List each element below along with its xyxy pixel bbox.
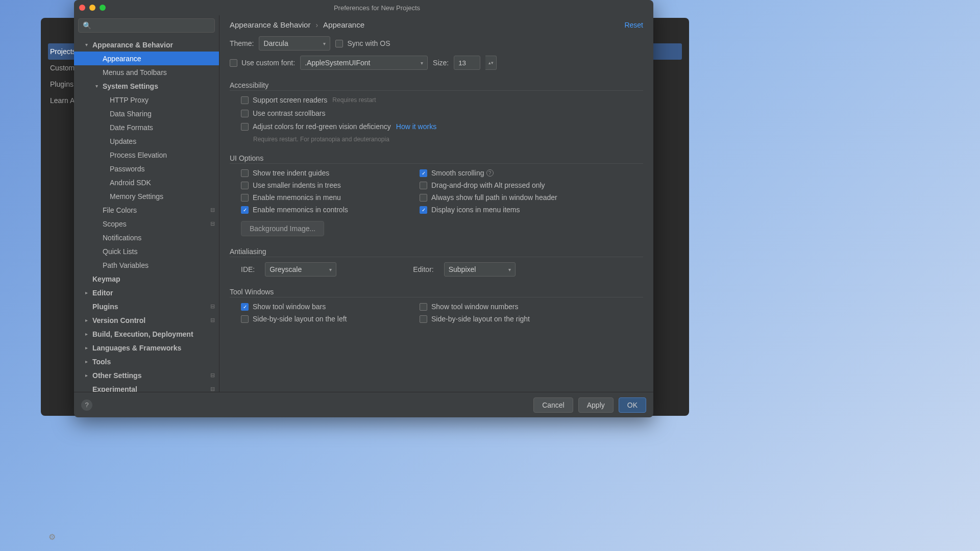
search-input[interactable]: 🔍: [78, 18, 215, 33]
how-it-works-link[interactable]: How it works: [396, 122, 436, 131]
smaller-indents-checkbox[interactable]: Use smaller indents in trees: [241, 181, 409, 189]
search-icon: 🔍: [83, 21, 91, 30]
tree-item[interactable]: Notifications: [74, 231, 219, 244]
tool-window-bars-checkbox[interactable]: Show tool window bars: [241, 303, 409, 311]
tree-item[interactable]: Appearance: [74, 52, 219, 65]
breadcrumb: Appearance: [323, 20, 364, 29]
editor-aa-label: Editor:: [413, 265, 433, 273]
tree-item[interactable]: File Colors⊟: [74, 203, 219, 217]
screen-readers-checkbox[interactable]: Support screen readers: [241, 96, 327, 104]
apply-button[interactable]: Apply: [578, 397, 614, 413]
tree-item[interactable]: Keymap: [74, 272, 219, 286]
contrast-scrollbars-checkbox[interactable]: Use contrast scrollbars: [241, 109, 325, 117]
gear-icon[interactable]: ⚙: [48, 532, 56, 542]
stepper-icon[interactable]: ▴▾: [485, 56, 497, 70]
custom-font-checkbox[interactable]: Use custom font:: [230, 59, 295, 67]
font-size-input[interactable]: [454, 56, 480, 70]
section-tool-windows: Tool Windows: [230, 288, 643, 297]
background-image-button[interactable]: Background Image...: [241, 221, 324, 236]
tree-item[interactable]: ▸Languages & Frameworks: [74, 341, 219, 355]
tree-item[interactable]: Data Sharing: [74, 107, 219, 120]
tree-item[interactable]: Updates: [74, 134, 219, 148]
preferences-dialog: Preferences for New Projects 🔍 ▾Appearan…: [74, 0, 653, 417]
tree-item[interactable]: Experimental⊟: [74, 382, 219, 392]
smooth-scrolling-checkbox[interactable]: Smooth scrolling: [420, 169, 484, 177]
minimize-icon[interactable]: [89, 5, 95, 11]
hint-text: Requires restart: [332, 96, 376, 104]
tree-item[interactable]: ▾Appearance & Behavior: [74, 38, 219, 52]
help-button[interactable]: ?: [81, 399, 92, 411]
maximize-icon[interactable]: [100, 5, 106, 11]
mnemonics-controls-checkbox[interactable]: Enable mnemonics in controls: [241, 206, 409, 214]
tree-item[interactable]: Quick Lists: [74, 244, 219, 258]
section-antialiasing: Antialiasing: [230, 247, 643, 257]
size-label: Size:: [433, 59, 449, 67]
tree-item[interactable]: ▸Editor: [74, 286, 219, 299]
section-ui-options: UI Options: [230, 154, 643, 164]
ide-aa-select[interactable]: Greyscale: [265, 262, 336, 277]
tree-item[interactable]: Path Variables: [74, 258, 219, 272]
tree-item[interactable]: Memory Settings: [74, 189, 219, 203]
tree-item[interactable]: Passwords: [74, 162, 219, 176]
tree-item[interactable]: Plugins⊟: [74, 299, 219, 313]
full-path-checkbox[interactable]: Always show full path in window header: [420, 193, 643, 202]
side-layout-right-checkbox[interactable]: Side-by-side layout on the right: [420, 315, 643, 323]
close-icon[interactable]: [79, 5, 85, 11]
help-icon[interactable]: ?: [486, 169, 494, 177]
reset-link[interactable]: Reset: [624, 21, 643, 29]
chevron-right-icon: ›: [315, 21, 318, 29]
cancel-button[interactable]: Cancel: [533, 397, 573, 413]
tree-item[interactable]: ▾System Settings: [74, 79, 219, 93]
dialog-title: Preferences for New Projects: [106, 4, 648, 12]
tree-item[interactable]: ▸Version Control⊟: [74, 313, 219, 327]
theme-label: Theme:: [230, 39, 254, 47]
ok-button[interactable]: OK: [619, 397, 646, 413]
hint-text: Requires restart. For protanopia and deu…: [241, 136, 643, 143]
tree-item[interactable]: ▸Build, Execution, Deployment: [74, 327, 219, 341]
tree-item[interactable]: Scopes⊟: [74, 217, 219, 231]
section-accessibility: Accessibility: [230, 81, 643, 91]
color-deficiency-checkbox[interactable]: Adjust colors for red-green vision defic…: [241, 122, 391, 131]
font-select[interactable]: .AppleSystemUIFont: [300, 56, 428, 70]
display-icons-checkbox[interactable]: Display icons in menu items: [420, 206, 643, 214]
sync-os-checkbox[interactable]: Sync with OS: [335, 39, 390, 47]
tree-item[interactable]: Menus and Toolbars: [74, 65, 219, 79]
tree-item[interactable]: Date Formats: [74, 120, 219, 134]
side-layout-left-checkbox[interactable]: Side-by-side layout on the left: [241, 315, 409, 323]
dnd-alt-checkbox[interactable]: Drag-and-drop with Alt pressed only: [420, 181, 643, 189]
settings-tree[interactable]: ▾Appearance & BehaviorAppearanceMenus an…: [74, 36, 219, 392]
tree-indent-checkbox[interactable]: Show tree indent guides: [241, 169, 409, 177]
ide-aa-label: IDE:: [241, 265, 255, 273]
tree-item[interactable]: Process Elevation: [74, 148, 219, 162]
tree-item[interactable]: ▸Tools: [74, 355, 219, 368]
tree-item[interactable]: HTTP Proxy: [74, 93, 219, 107]
tree-item[interactable]: Android SDK: [74, 176, 219, 189]
theme-select[interactable]: Darcula: [259, 36, 330, 51]
editor-aa-select[interactable]: Subpixel: [444, 262, 516, 277]
breadcrumb: Appearance & Behavior: [230, 20, 310, 29]
tool-window-numbers-checkbox[interactable]: Show tool window numbers: [420, 303, 643, 311]
mnemonics-menu-checkbox[interactable]: Enable mnemonics in menu: [241, 193, 409, 202]
tree-item[interactable]: ▸Other Settings⊟: [74, 368, 219, 382]
